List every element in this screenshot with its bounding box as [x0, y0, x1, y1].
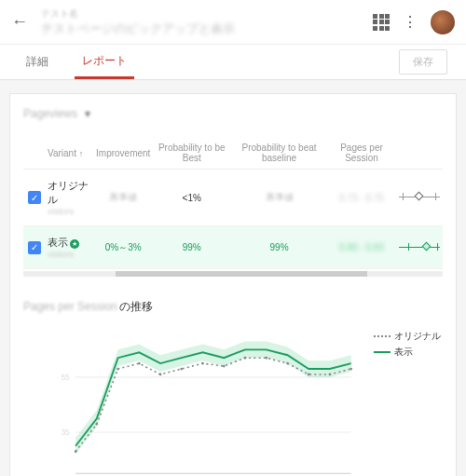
svg-point-9	[159, 374, 162, 376]
boxplot-icon	[399, 242, 440, 252]
metric-selector[interactable]: Pageviews ▾	[23, 107, 443, 120]
svg-text:35: 35	[61, 428, 70, 437]
chart-legend: オリジナル 表示	[374, 330, 441, 361]
col-pbb[interactable]: Probability to beat baseline	[231, 137, 327, 170]
svg-point-17	[329, 374, 332, 376]
back-arrow-icon[interactable]: ←	[11, 12, 28, 32]
chevron-down-icon: ▾	[85, 107, 90, 120]
cell-ptb: <1%	[183, 193, 201, 203]
svg-point-11	[201, 362, 204, 365]
legend-label: オリジナル	[394, 330, 441, 343]
table-row: 表示★ visitors 0%～3% 99% 99% 0.80 - 0.83	[23, 226, 443, 269]
tab-report[interactable]: レポート	[75, 45, 134, 79]
apps-grid-icon[interactable]	[373, 14, 390, 31]
winner-badge-icon: ★	[70, 239, 79, 249]
metric-label: Pageviews	[23, 107, 77, 120]
more-menu-icon[interactable]: ⋮	[403, 13, 418, 31]
table-row: オリジナル visitors 基準値 <1% 基準値 0.73 - 0.75	[23, 170, 443, 226]
svg-point-14	[265, 357, 267, 360]
cell-pbb: 基準値	[266, 192, 294, 202]
page-title: テストページのピックアップと表示	[41, 20, 373, 37]
legend-label: 表示	[394, 346, 413, 359]
svg-point-8	[138, 362, 141, 365]
svg-point-13	[244, 357, 247, 360]
chart-title: Pages per Sessionの推移	[23, 299, 443, 315]
page-title-block: テスト名 テストページのピックアップと表示	[41, 7, 373, 37]
svg-point-6	[95, 423, 98, 426]
row-checkbox[interactable]	[28, 191, 41, 204]
cell-pps: 0.80 - 0.83	[339, 242, 384, 252]
avatar[interactable]	[431, 10, 455, 34]
variant-name: オリジナル	[48, 179, 92, 207]
cell-ptb: 99%	[183, 242, 201, 252]
col-variant[interactable]: Variant ↑	[46, 137, 94, 170]
tab-details[interactable]: 詳細	[19, 45, 56, 79]
col-ptb[interactable]: Probability to be Best	[152, 137, 231, 170]
cell-improvement: 基準値	[109, 192, 137, 202]
report-card: Pageviews ▾ Variant ↑ Improvement Probab…	[9, 93, 457, 476]
title-breadcrumb: テスト名	[41, 7, 373, 20]
svg-text:55: 55	[61, 373, 70, 382]
col-pps[interactable]: Pages per Session	[327, 137, 396, 170]
svg-point-16	[308, 374, 310, 376]
trend-chart: オリジナル 表示 35553月23日3月25日3月27日3月29日3月31日4月…	[23, 326, 443, 476]
cell-pps: 0.73 - 0.75	[339, 193, 384, 203]
svg-point-7	[116, 368, 119, 371]
legend-swatch-solid-icon	[374, 351, 391, 353]
sort-arrow-icon: ↑	[79, 149, 84, 158]
save-button[interactable]: 保存	[399, 49, 447, 75]
variant-name: 表示★	[48, 236, 92, 250]
boxplot-icon	[399, 192, 440, 201]
svg-point-18	[350, 368, 352, 371]
horizontal-scrollbar[interactable]	[23, 271, 443, 277]
col-improvement[interactable]: Improvement	[94, 137, 152, 170]
svg-point-15	[286, 362, 289, 365]
svg-point-12	[223, 365, 226, 368]
cell-pbb: 99%	[270, 242, 289, 252]
legend-swatch-dotted-icon	[374, 335, 391, 337]
cell-improvement: 0%～3%	[105, 242, 142, 252]
variant-sub: visitors	[48, 207, 92, 216]
svg-point-10	[180, 368, 183, 371]
row-checkbox[interactable]	[28, 241, 41, 254]
variant-sub: visitors	[48, 250, 92, 259]
svg-point-5	[75, 450, 77, 453]
variants-table: Variant ↑ Improvement Probability to be …	[23, 137, 443, 269]
